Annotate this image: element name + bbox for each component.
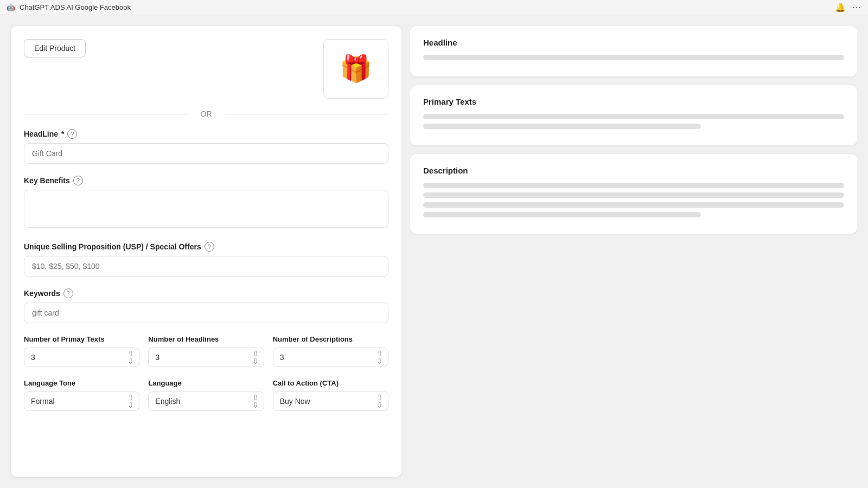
headline-preview-title: Headline	[423, 38, 844, 47]
description-skeleton-1	[423, 183, 844, 188]
language-select[interactable]: English Spanish French German	[148, 391, 264, 411]
number-primary-texts-group: Number of Primay Texts 3 1 2 4 5 ⇧⇩	[24, 335, 139, 367]
keywords-input[interactable]	[24, 303, 388, 323]
number-primary-texts-select-wrapper: 3 1 2 4 5 ⇧⇩	[24, 348, 139, 367]
primary-texts-skeleton-2	[423, 124, 701, 129]
key-benefits-group: Key Benefits ?	[24, 176, 388, 230]
right-panel: Headline Primary Texts Description	[410, 26, 857, 477]
app-title: ChatGPT ADS AI Google Facebook	[20, 3, 131, 11]
headline-label: HeadLine * ?	[24, 129, 388, 139]
required-star: *	[61, 130, 64, 138]
app-title-bar: 🤖 ChatGPT ADS AI Google Facebook	[7, 3, 131, 11]
language-select-wrapper: English Spanish French German ⇧⇩	[148, 391, 264, 411]
language-cta-row: Language Tone Formal Casual Friendly Pro…	[24, 379, 388, 411]
keywords-help-icon[interactable]: ?	[63, 288, 73, 298]
number-selects-row: Number of Primay Texts 3 1 2 4 5 ⇧⇩ Numb…	[24, 335, 388, 367]
number-primary-texts-label: Number of Primay Texts	[24, 335, 139, 343]
left-panel: Edit Product 🎁 OR HeadLine * ? Key Benef…	[11, 26, 401, 477]
top-bar-actions: 🔔 ⋯	[835, 3, 861, 12]
primary-texts-preview-card: Primary Texts	[410, 85, 857, 145]
keywords-group: Keywords ?	[24, 288, 388, 323]
top-section: Edit Product 🎁	[24, 39, 388, 99]
cta-select-wrapper: Buy Now Learn More Sign Up Shop Now ⇧⇩	[273, 391, 388, 411]
product-emoji: 🎁	[340, 54, 372, 84]
key-benefits-help-icon[interactable]: ?	[73, 176, 83, 185]
language-group: Language English Spanish French German ⇧…	[148, 379, 264, 411]
product-image: 🎁	[323, 39, 388, 99]
number-descriptions-label: Number of Descriptions	[273, 335, 388, 343]
description-preview-card: Description	[410, 154, 857, 234]
top-bar: 🤖 ChatGPT ADS AI Google Facebook 🔔 ⋯	[0, 0, 868, 15]
keywords-label: Keywords ?	[24, 288, 388, 298]
number-headlines-select[interactable]: 3 1 2 4 5	[148, 348, 264, 367]
number-descriptions-select-wrapper: 3 1 2 4 5 ⇧⇩	[273, 348, 388, 367]
language-label: Language	[148, 379, 264, 387]
primary-texts-skeleton-1	[423, 114, 844, 119]
number-headlines-group: Number of Headlines 3 1 2 4 5 ⇧⇩	[148, 335, 264, 367]
notification-icon[interactable]: 🔔	[835, 3, 845, 12]
description-skeleton-2	[423, 192, 844, 198]
key-benefits-label: Key Benefits ?	[24, 176, 388, 185]
main-content: Edit Product 🎁 OR HeadLine * ? Key Benef…	[0, 15, 868, 488]
key-benefits-input[interactable]	[24, 190, 388, 228]
description-skeleton-3	[423, 202, 844, 208]
usp-group: Unique Selling Proposition (USP) / Speci…	[24, 242, 388, 277]
primary-texts-preview-title: Primary Texts	[423, 97, 844, 106]
language-tone-select-wrapper: Formal Casual Friendly Professional ⇧⇩	[24, 391, 139, 411]
number-descriptions-select[interactable]: 3 1 2 4 5	[273, 348, 388, 367]
headline-skeleton-line	[423, 55, 844, 60]
description-skeleton-4	[423, 212, 701, 217]
number-headlines-label: Number of Headlines	[148, 335, 264, 343]
language-tone-label: Language Tone	[24, 379, 139, 387]
or-divider: OR	[24, 110, 388, 118]
cta-group: Call to Action (CTA) Buy Now Learn More …	[273, 379, 388, 411]
language-tone-select[interactable]: Formal Casual Friendly Professional	[24, 391, 139, 411]
headline-preview-card: Headline	[410, 26, 857, 76]
number-descriptions-group: Number of Descriptions 3 1 2 4 5 ⇧⇩	[273, 335, 388, 367]
edit-product-button[interactable]: Edit Product	[24, 39, 86, 57]
headline-group: HeadLine * ?	[24, 129, 388, 164]
cta-label: Call to Action (CTA)	[273, 379, 388, 387]
headline-input[interactable]	[24, 143, 388, 164]
menu-icon[interactable]: ⋯	[852, 3, 861, 12]
number-headlines-select-wrapper: 3 1 2 4 5 ⇧⇩	[148, 348, 264, 367]
number-primary-texts-select[interactable]: 3 1 2 4 5	[24, 348, 139, 367]
language-tone-group: Language Tone Formal Casual Friendly Pro…	[24, 379, 139, 411]
usp-label: Unique Selling Proposition (USP) / Speci…	[24, 242, 388, 252]
usp-help-icon[interactable]: ?	[205, 242, 214, 252]
description-preview-title: Description	[423, 166, 844, 175]
cta-select[interactable]: Buy Now Learn More Sign Up Shop Now	[273, 391, 388, 411]
headline-help-icon[interactable]: ?	[67, 129, 77, 139]
usp-input[interactable]	[24, 256, 388, 277]
